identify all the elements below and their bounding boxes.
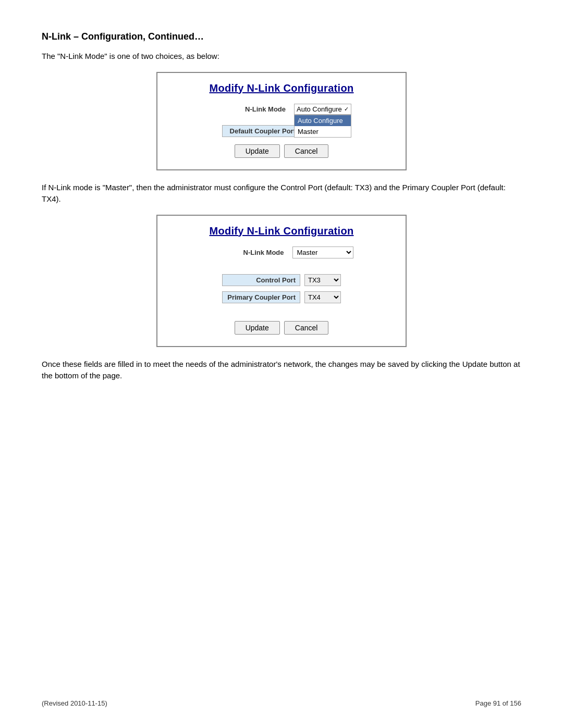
default-coupler-port-label: Default Coupler Port	[222, 125, 300, 137]
config-box-1: Modify N-Link Configuration N-Link Mode …	[156, 72, 407, 170]
update-button-1[interactable]: Update	[235, 144, 280, 158]
middle-text: If N-Link mode is "Master", then the adm…	[42, 182, 521, 205]
nlink-mode-options-list-1: Auto Configure Master	[294, 115, 351, 138]
footer-page-info: Page 91 of 156	[475, 699, 521, 707]
chevron-down-icon-1: ✓	[344, 106, 349, 113]
footer-revised: (Revised 2010-11-15)	[42, 699, 107, 707]
option-auto-configure[interactable]: Auto Configure	[295, 115, 351, 126]
primary-coupler-port-label: Primary Coupler Port	[222, 291, 300, 303]
config-box-2-title: Modify N-Link Configuration	[173, 225, 390, 237]
footer: (Revised 2010-11-15) Page 91 of 156	[42, 699, 521, 707]
nlink-mode-row-2: N-Link Mode Master Auto Configure	[173, 246, 390, 258]
control-port-row: Control Port TX3 TX1 TX2 TX4	[173, 274, 390, 286]
update-button-2[interactable]: Update	[235, 321, 280, 335]
option-master[interactable]: Master	[295, 126, 351, 137]
box2-buttons: Update Cancel	[173, 321, 390, 335]
primary-coupler-port-row: Primary Coupler Port TX4 TX1 TX2 TX3	[173, 291, 390, 303]
config-box-2-wrapper: Modify N-Link Configuration N-Link Mode …	[42, 215, 521, 347]
nlink-mode-dropdown-1[interactable]: Auto Configure ✓ Auto Configure Master	[294, 104, 351, 115]
default-coupler-port-row: Default Coupler Port TX4 TX1 TX2 TX3	[173, 125, 390, 137]
nlink-mode-label-2: N-Link Mode	[210, 247, 288, 258]
nlink-mode-row-1: N-Link Mode Auto Configure ✓ Auto Config…	[173, 104, 390, 115]
primary-coupler-port-select[interactable]: TX4 TX1 TX2 TX3	[304, 291, 341, 303]
config-box-1-title: Modify N-Link Configuration	[173, 82, 390, 94]
nlink-mode-value-1: Auto Configure	[297, 105, 342, 113]
box1-buttons: Update Cancel	[173, 144, 390, 158]
intro-text: The "N-Link Mode" is one of two choices,…	[42, 51, 521, 63]
cancel-button-2[interactable]: Cancel	[284, 321, 329, 335]
control-port-label: Control Port	[222, 274, 300, 286]
control-port-select[interactable]: TX3 TX1 TX2 TX4	[304, 274, 341, 286]
config-box-2: Modify N-Link Configuration N-Link Mode …	[156, 215, 407, 347]
config-box-1-wrapper: Modify N-Link Configuration N-Link Mode …	[42, 72, 521, 170]
nlink-mode-label-1: N-Link Mode	[212, 104, 290, 115]
nlink-mode-display-1[interactable]: Auto Configure ✓	[294, 104, 351, 115]
closing-text: Once these fields are filled in to meet …	[42, 359, 521, 382]
nlink-mode-select-2[interactable]: Master Auto Configure	[292, 246, 353, 258]
cancel-button-1[interactable]: Cancel	[284, 144, 329, 158]
page-heading: N-Link – Configuration, Continued…	[42, 31, 521, 42]
